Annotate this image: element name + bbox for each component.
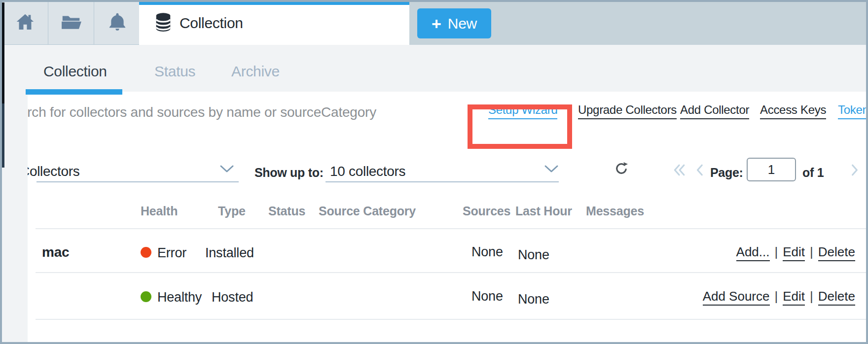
row-actions: Add Source|Edit|Delete	[703, 289, 855, 304]
first-page-icon[interactable]	[673, 164, 686, 178]
last-hour-value: None	[518, 247, 549, 263]
add-collector-link[interactable]: Add Collector	[680, 103, 749, 119]
collection-window-tab[interactable]: Collection	[139, 1, 409, 45]
health-value: Healthy	[157, 290, 202, 305]
action-separator: |	[775, 244, 778, 259]
col-header-messages: Messages	[586, 204, 644, 218]
prev-page-icon[interactable]	[694, 164, 707, 178]
row-actions: Add...|Edit|Delete	[736, 244, 855, 260]
collector-filter-underline	[36, 181, 239, 182]
action-separator: |	[810, 244, 813, 259]
chevron-down-icon[interactable]	[544, 165, 559, 175]
health-error-dot	[141, 247, 151, 258]
left-edge-dark-line	[2, 103, 4, 168]
search-input[interactable]: Search for collectors and sources by nam…	[28, 104, 376, 120]
active-tab-stripe	[139, 1, 409, 5]
row-divider	[36, 272, 866, 273]
tab-archive[interactable]: Archive	[231, 63, 280, 80]
collector-filter-select[interactable]: Collectors	[28, 164, 79, 179]
col-header-last-hour: Last Hour	[515, 204, 572, 218]
highlight-annotation-box	[468, 104, 572, 149]
left-edge-dark-line	[2, 2, 4, 103]
health-healthy-dot	[141, 291, 151, 302]
col-header-status: Status	[268, 204, 305, 218]
col-header-type: Type	[218, 204, 246, 218]
app-window: Collection + New Collection Status Archi…	[0, 0, 868, 344]
show-up-to-label: Show up to:	[254, 166, 324, 180]
folder-icon	[60, 11, 83, 35]
page-label: Page:	[710, 166, 743, 180]
chevron-down-icon[interactable]	[219, 165, 234, 175]
col-header-health: Health	[141, 204, 178, 218]
active-tab-underline	[26, 89, 122, 95]
last-hour-value: None	[518, 292, 549, 307]
next-page-icon[interactable]	[848, 164, 861, 178]
add-source-link[interactable]: Add Source	[703, 289, 770, 306]
delete-link[interactable]: Delete	[818, 244, 855, 261]
window-tab-title: Collection	[180, 15, 243, 32]
health-value: Error	[157, 245, 186, 261]
topbar-icon-strip	[2, 1, 139, 45]
database-icon	[154, 11, 173, 35]
collector-name[interactable]: mac	[42, 244, 69, 260]
alerts-button[interactable]	[94, 2, 140, 44]
page-number-input[interactable]	[747, 158, 796, 181]
tokens-link[interactable]: Tokens	[838, 103, 866, 119]
library-button[interactable]	[48, 2, 94, 44]
new-button[interactable]: + New	[417, 8, 491, 38]
plus-icon: +	[432, 15, 441, 32]
action-separator: |	[810, 289, 813, 304]
show-up-to-underline	[326, 181, 559, 182]
col-header-source-category: Source Category	[319, 204, 416, 218]
type-value: Hosted	[212, 290, 253, 305]
edit-link[interactable]: Edit	[783, 244, 805, 261]
action-separator: |	[775, 289, 778, 304]
col-header-sources: Sources	[463, 204, 510, 218]
new-button-label: New	[448, 15, 477, 32]
collection-panel: Search for collectors and sources by nam…	[28, 92, 866, 342]
sources-value: None	[471, 244, 503, 260]
delete-link[interactable]: Delete	[818, 289, 855, 306]
header-divider	[36, 228, 866, 229]
home-icon	[14, 11, 36, 35]
tab-collection[interactable]: Collection	[43, 63, 107, 80]
row-divider	[36, 319, 866, 320]
bell-icon	[107, 11, 128, 35]
type-value: Installed	[205, 245, 254, 261]
upgrade-collectors-link[interactable]: Upgrade Collectors	[578, 103, 677, 119]
add-link[interactable]: Add...	[736, 244, 770, 261]
home-button[interactable]	[2, 2, 48, 44]
edit-link[interactable]: Edit	[783, 289, 805, 306]
page-of-label: of 1	[802, 166, 824, 180]
tab-status[interactable]: Status	[154, 63, 195, 80]
sources-value: None	[471, 289, 503, 304]
show-up-to-select[interactable]: 10 collectors	[330, 164, 405, 179]
refresh-icon[interactable]	[614, 161, 629, 178]
page-tab-bar	[2, 45, 866, 92]
access-keys-link[interactable]: Access Keys	[760, 103, 826, 119]
